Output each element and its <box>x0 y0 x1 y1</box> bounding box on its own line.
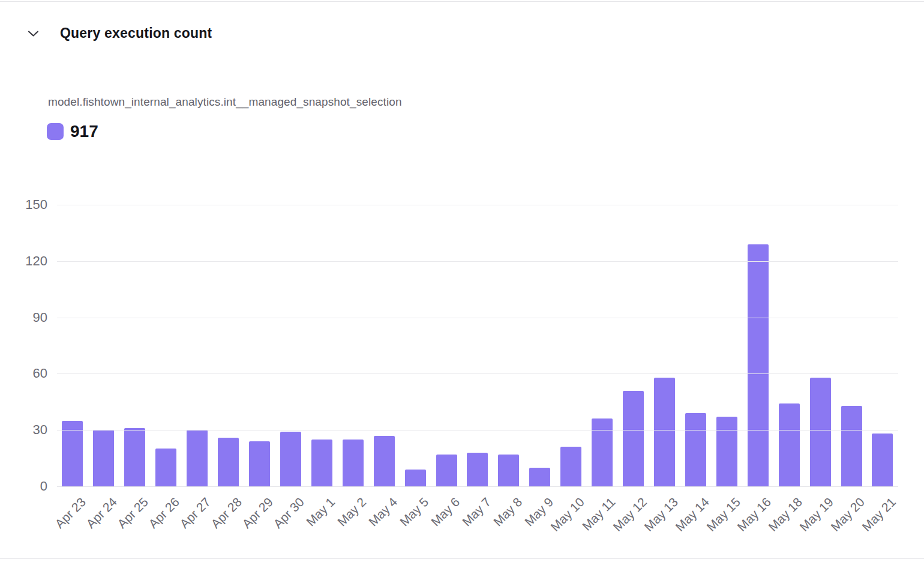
bar-apr-27[interactable] <box>187 430 208 486</box>
chevron-down-icon <box>28 30 39 37</box>
bar-may-15[interactable] <box>716 417 737 486</box>
bar-may-4[interactable] <box>374 436 395 486</box>
x-axis-label: Apr 27 <box>177 495 214 531</box>
x-axis-label: May 5 <box>397 495 431 529</box>
x-axis-label: May 6 <box>428 495 463 529</box>
bar-may-10[interactable] <box>560 447 581 486</box>
x-axis-label: May 7 <box>460 495 494 529</box>
bar-may-7[interactable] <box>467 453 488 486</box>
bar-may-1[interactable] <box>311 440 332 486</box>
y-axis-tick-label: 0 <box>40 479 47 494</box>
bars-container <box>57 205 898 486</box>
x-axis-label: May 19 <box>797 495 836 534</box>
bar-may-8[interactable] <box>498 455 519 486</box>
x-axis-label: Apr 23 <box>52 495 89 531</box>
y-axis-tick-label: 90 <box>33 310 47 325</box>
panel-title: Query execution count <box>60 25 212 41</box>
y-axis-tick-label: 30 <box>33 422 47 438</box>
x-axis-label: Apr 25 <box>115 495 151 531</box>
x-axis-label: May 15 <box>704 495 743 534</box>
y-axis-tick-label: 60 <box>33 366 47 381</box>
bar-chart: Apr 23Apr 24Apr 25Apr 26Apr 27Apr 28Apr … <box>57 205 898 486</box>
x-axis-label: May 20 <box>828 495 868 534</box>
bar-may-19[interactable] <box>810 378 831 486</box>
x-axis-label: May 18 <box>766 495 806 534</box>
x-axis-label: May 1 <box>304 495 338 529</box>
series-name: model.fishtown_internal_analytics.int__m… <box>48 95 402 109</box>
legend-total: 917 <box>70 122 98 141</box>
bar-may-13[interactable] <box>654 378 675 486</box>
legend-item[interactable]: 917 <box>47 122 98 141</box>
panel-header: Query execution count <box>26 25 212 41</box>
x-axis-label: May 2 <box>335 495 369 529</box>
x-axis-label: May 10 <box>548 495 587 534</box>
bar-may-12[interactable] <box>623 391 644 486</box>
x-axis-label: Apr 28 <box>208 495 245 531</box>
gridline <box>57 205 898 205</box>
gridline <box>57 373 898 374</box>
collapse-toggle-button[interactable] <box>26 27 40 40</box>
bar-apr-26[interactable] <box>155 449 176 486</box>
x-axis-label: May 12 <box>610 495 650 534</box>
x-axis-label: Apr 24 <box>83 495 120 531</box>
x-axis-label: May 16 <box>735 495 775 534</box>
x-axis-label: Apr 30 <box>271 495 307 531</box>
bar-may-9[interactable] <box>529 468 550 486</box>
bar-may-14[interactable] <box>685 413 706 486</box>
legend-swatch <box>47 123 64 140</box>
x-axis-labels: Apr 23Apr 24Apr 25Apr 26Apr 27Apr 28Apr … <box>57 486 898 558</box>
gridline <box>57 318 898 318</box>
y-axis-tick-label: 150 <box>25 197 47 213</box>
bar-may-11[interactable] <box>592 418 613 486</box>
bar-apr-30[interactable] <box>280 432 301 486</box>
bar-may-2[interactable] <box>343 440 364 486</box>
bar-may-21[interactable] <box>872 434 893 486</box>
gridline <box>57 486 898 487</box>
bar-may-5[interactable] <box>405 470 426 486</box>
x-axis-label: May 14 <box>673 495 712 534</box>
gridline <box>57 261 898 262</box>
bar-may-20[interactable] <box>841 406 862 486</box>
bar-apr-25[interactable] <box>124 428 145 486</box>
bar-apr-28[interactable] <box>218 438 239 486</box>
x-axis-label: May 11 <box>580 495 619 534</box>
gridline <box>57 430 898 431</box>
x-axis-label: May 8 <box>490 495 524 529</box>
bar-may-16[interactable] <box>748 244 769 486</box>
x-axis-label: May 13 <box>641 495 681 534</box>
bar-apr-29[interactable] <box>249 441 270 486</box>
panel-bottom-border <box>0 558 924 559</box>
bar-may-18[interactable] <box>779 403 800 486</box>
bar-apr-24[interactable] <box>93 430 114 486</box>
x-axis-label: Apr 26 <box>146 495 182 531</box>
x-axis-label: May 21 <box>859 495 899 534</box>
panel-top-border <box>0 1 924 2</box>
y-axis-tick-label: 120 <box>25 253 47 269</box>
x-axis-label: Apr 29 <box>239 495 276 531</box>
bar-may-6[interactable] <box>436 455 457 486</box>
x-axis-label: May 4 <box>366 495 400 529</box>
